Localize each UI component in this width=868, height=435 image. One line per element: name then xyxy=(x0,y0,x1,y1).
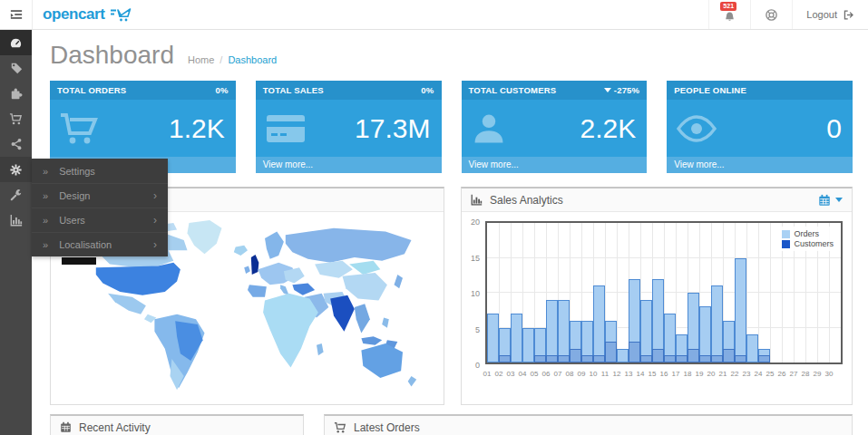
system-flyout-menu: » Settings » Design › » Users › » Locali… xyxy=(32,159,168,256)
menu-toggle-button[interactable] xyxy=(0,0,33,29)
top-navbar: opencart 521 Logout xyxy=(0,0,868,30)
sidebar-item-dashboard[interactable] xyxy=(0,30,32,55)
bottom-panels-row: Recent Activity Latest Orders xyxy=(50,414,853,435)
chart-bar-customers xyxy=(605,342,617,362)
notification-badge: 521 xyxy=(720,2,736,11)
shopping-cart-icon xyxy=(334,421,346,434)
storefront-button[interactable] xyxy=(750,0,792,29)
sidebar-nav xyxy=(0,30,32,435)
legend-entry: Customers xyxy=(782,239,834,248)
tile-value: 0 xyxy=(826,115,842,142)
chevron-right-icon: › xyxy=(153,215,157,226)
sidebar-item-tools[interactable] xyxy=(0,182,32,208)
chart-bar-orders xyxy=(593,285,605,362)
x-tick-label: 03 xyxy=(507,370,515,378)
chart-bar-customers xyxy=(699,355,711,362)
chart-bar-customers xyxy=(758,355,770,362)
chart-bar-customers xyxy=(558,355,570,362)
sidebar-item-extensions[interactable] xyxy=(0,81,32,106)
chart-bar-orders xyxy=(617,349,629,362)
chart-bar-orders xyxy=(487,314,499,362)
sidebar-item-marketing[interactable] xyxy=(0,131,32,157)
dashboard-gauge-icon xyxy=(9,36,23,50)
chart-bar-orders xyxy=(735,258,746,363)
breadcrumb-home[interactable]: Home xyxy=(188,54,214,65)
latest-orders-panel: Latest Orders xyxy=(324,414,853,435)
logout-label: Logout xyxy=(806,9,837,20)
chart-x-axis: 0102030405060708091011121314151617181920… xyxy=(487,370,841,381)
chart-bar-orders xyxy=(711,285,723,362)
eye-icon xyxy=(676,114,717,143)
tag-icon xyxy=(10,62,23,74)
wrench-icon xyxy=(10,188,23,201)
calendar-icon xyxy=(818,194,831,207)
chart-legend: OrdersCustomers xyxy=(779,227,836,251)
opencart-logo[interactable]: opencart xyxy=(43,0,132,29)
tile-people-online: PEOPLE ONLINE 0 View more... xyxy=(667,81,853,173)
chart-bar-customers xyxy=(664,355,676,362)
chart-bar-orders xyxy=(546,300,558,362)
sales-chart-plot: OrdersCustomers xyxy=(485,221,843,364)
x-tick-label: 16 xyxy=(660,370,668,378)
x-tick-label: 18 xyxy=(684,370,692,378)
date-range-dropdown[interactable] xyxy=(818,194,843,207)
chart-bar-customers xyxy=(676,355,688,362)
caret-down-icon xyxy=(835,198,843,202)
sign-out-icon xyxy=(843,9,854,21)
double-angle-icon: » xyxy=(43,239,48,250)
flyout-item-label: Design xyxy=(59,190,90,201)
notifications-button[interactable]: 521 xyxy=(708,0,750,29)
y-tick-label: 15 xyxy=(471,254,480,263)
tile-label: TOTAL ORDERS xyxy=(57,85,126,95)
sidebar-item-system[interactable] xyxy=(0,157,32,182)
flyout-item-localisation[interactable]: » Localisation › xyxy=(32,232,168,256)
double-angle-icon: » xyxy=(43,166,48,177)
y-tick-label: 20 xyxy=(471,218,480,227)
chart-bar-orders xyxy=(511,314,522,362)
shopping-cart-icon xyxy=(59,111,101,146)
page-title: Dashboard xyxy=(50,41,174,70)
legend-entry: Orders xyxy=(782,229,834,238)
x-tick-label: 09 xyxy=(578,370,586,378)
flyout-item-design[interactable]: » Design › xyxy=(32,183,168,208)
flyout-item-users[interactable]: » Users › xyxy=(32,208,168,232)
x-tick-label: 23 xyxy=(743,370,751,378)
x-tick-label: 12 xyxy=(613,370,621,378)
sidebar-item-catalog[interactable] xyxy=(0,55,32,81)
sales-analytics-header: Sales Analytics xyxy=(462,188,852,212)
gridline-horizontal xyxy=(487,292,841,293)
legend-swatch xyxy=(782,240,790,248)
legend-label: Orders xyxy=(794,229,819,238)
double-angle-icon: » xyxy=(43,215,48,226)
tile-total-sales: TOTAL SALES 0% 17.3M View more... xyxy=(256,81,442,173)
x-tick-label: 25 xyxy=(766,370,775,378)
flyout-item-label: Settings xyxy=(59,166,95,177)
globe-icon xyxy=(765,8,778,22)
tile-percent: 0% xyxy=(421,85,434,95)
logo-text: opencart xyxy=(43,5,105,24)
legend-swatch xyxy=(782,230,790,238)
breadcrumb-separator: / xyxy=(219,54,222,65)
breadcrumb-current[interactable]: Dashboard xyxy=(228,54,277,65)
sidebar-item-sales[interactable] xyxy=(0,106,32,131)
chart-bar-customers xyxy=(723,349,735,362)
flyout-item-settings[interactable]: » Settings xyxy=(32,159,168,183)
user-icon xyxy=(471,111,507,146)
sidebar-item-reports[interactable] xyxy=(0,208,32,233)
breadcrumb: Home / Dashboard xyxy=(188,54,277,65)
chart-bar-customers xyxy=(688,349,699,362)
tile-label: PEOPLE ONLINE xyxy=(674,85,746,95)
x-tick-label: 08 xyxy=(566,370,574,378)
x-tick-label: 14 xyxy=(637,370,645,378)
recent-activity-title: Recent Activity xyxy=(79,421,151,434)
logout-button[interactable]: Logout xyxy=(792,0,868,29)
view-more-link[interactable]: View more... xyxy=(667,157,853,173)
calendar-icon xyxy=(60,421,72,433)
recent-activity-panel: Recent Activity xyxy=(50,414,304,435)
view-more-link[interactable]: View more... xyxy=(462,157,648,173)
stat-tiles-row: TOTAL ORDERS 0% 1.2K View more... TOTAL … xyxy=(50,81,853,173)
chart-bar-customers xyxy=(652,349,664,362)
x-tick-label: 11 xyxy=(601,370,609,378)
view-more-link[interactable]: View more... xyxy=(256,157,442,173)
caret-down-icon xyxy=(604,88,611,92)
